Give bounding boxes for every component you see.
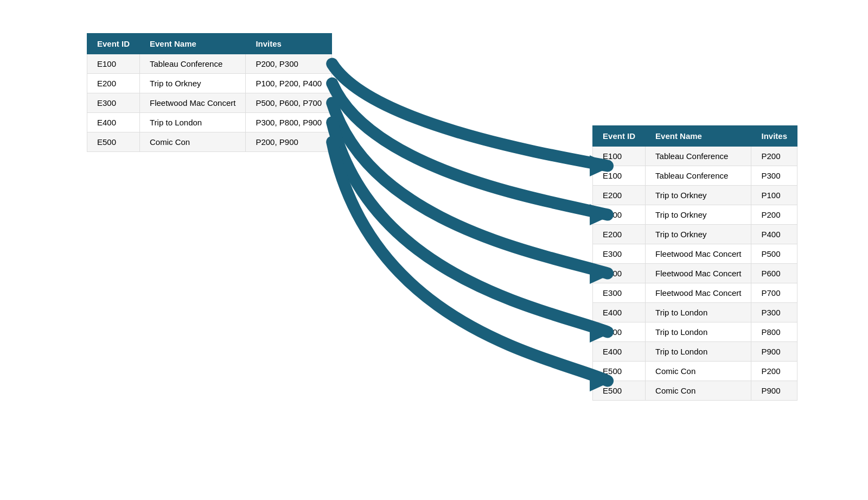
left-table-row: E400Trip to LondonP300, P800, P900	[87, 112, 332, 132]
right-table-cell: Trip to Orkney	[646, 185, 751, 205]
left-table-cell: E400	[87, 112, 140, 132]
right-table-cell: P900	[751, 381, 797, 400]
right-table-cell: P900	[751, 341, 797, 361]
right-table-cell: Trip to Orkney	[646, 205, 751, 224]
left-table-row: E100Tableau ConferenceP200, P300	[87, 54, 332, 73]
left-table-cell: Fleetwood Mac Concert	[140, 93, 246, 112]
left-table-cell: E300	[87, 93, 140, 112]
right-table-cell: Fleetwood Mac Concert	[646, 283, 751, 302]
right-table-cell: P200	[751, 361, 797, 381]
right-table-cell: P700	[751, 283, 797, 302]
right-table-row: E100Tableau ConferenceP300	[593, 166, 797, 185]
left-table-row: E200Trip to OrkneyP100, P200, P400	[87, 73, 332, 93]
right-table-cell: Trip to London	[646, 302, 751, 322]
right-table-cell: E200	[593, 185, 646, 205]
left-header-invites: Invites	[246, 33, 332, 54]
right-table-cell: E400	[593, 341, 646, 361]
right-table-row: E400Trip to LondonP300	[593, 302, 797, 322]
left-table-row: E500Comic ConP200, P900	[87, 132, 332, 151]
left-table: Event ID Event Name Invites E100Tableau …	[87, 33, 332, 152]
right-table-row: E100Tableau ConferenceP200	[593, 146, 797, 166]
left-table-cell: P200, P300	[246, 54, 332, 73]
right-table-cell: E500	[593, 361, 646, 381]
left-table-cell: Tableau Conference	[140, 54, 246, 73]
left-table-cell: E500	[87, 132, 140, 151]
right-table-cell: P600	[751, 263, 797, 283]
left-table-cell: P100, P200, P400	[246, 73, 332, 93]
left-table-cell: P200, P900	[246, 132, 332, 151]
right-table-row: E400Trip to LondonP800	[593, 322, 797, 341]
right-table-cell: Comic Con	[646, 381, 751, 400]
left-table-cell: E200	[87, 73, 140, 93]
page-container: Event ID Event Name Invites E100Tableau …	[54, 17, 814, 484]
right-table-cell: P200	[751, 146, 797, 166]
right-table: Event ID Event Name Invites E100Tableau …	[592, 125, 797, 401]
right-table-cell: E100	[593, 146, 646, 166]
right-table-cell: Trip to Orkney	[646, 224, 751, 244]
left-table-row: E300Fleetwood Mac ConcertP500, P600, P70…	[87, 93, 332, 112]
right-table-cell: Trip to London	[646, 341, 751, 361]
right-table-cell: Tableau Conference	[646, 146, 751, 166]
right-table-cell: Comic Con	[646, 361, 751, 381]
right-table-cell: E500	[593, 381, 646, 400]
right-table-cell: E300	[593, 263, 646, 283]
left-header-event-name: Event Name	[140, 33, 246, 54]
right-table-cell: P400	[751, 224, 797, 244]
right-table-cell: P100	[751, 185, 797, 205]
right-table-cell: P500	[751, 244, 797, 263]
right-table-row: E400Trip to LondonP900	[593, 341, 797, 361]
right-table-cell: E300	[593, 244, 646, 263]
right-table-row: E300Fleetwood Mac ConcertP600	[593, 263, 797, 283]
left-table-cell: Trip to Orkney	[140, 73, 246, 93]
right-header-event-id: Event ID	[593, 125, 646, 146]
right-table-cell: E400	[593, 322, 646, 341]
right-table-row: E500Comic ConP900	[593, 381, 797, 400]
right-table-cell: E200	[593, 205, 646, 224]
right-header-event-name: Event Name	[646, 125, 751, 146]
right-table-cell: E300	[593, 283, 646, 302]
right-table-cell: Fleetwood Mac Concert	[646, 263, 751, 283]
right-table-cell: P300	[751, 302, 797, 322]
right-table-cell: P200	[751, 205, 797, 224]
left-table-cell: P300, P800, P900	[246, 112, 332, 132]
right-table-cell: Tableau Conference	[646, 166, 751, 185]
right-table-row: E300Fleetwood Mac ConcertP500	[593, 244, 797, 263]
left-header-event-id: Event ID	[87, 33, 140, 54]
right-table-cell: Fleetwood Mac Concert	[646, 244, 751, 263]
right-table-cell: E400	[593, 302, 646, 322]
left-table-cell: Comic Con	[140, 132, 246, 151]
right-table-cell: E200	[593, 224, 646, 244]
left-table-cell: Trip to London	[140, 112, 246, 132]
left-table-cell: E100	[87, 54, 140, 73]
right-table-row: E200Trip to OrkneyP200	[593, 205, 797, 224]
right-table-cell: P300	[751, 166, 797, 185]
right-table-row: E300Fleetwood Mac ConcertP700	[593, 283, 797, 302]
right-table-row: E200Trip to OrkneyP400	[593, 224, 797, 244]
left-table-cell: P500, P600, P700	[246, 93, 332, 112]
right-table-cell: Trip to London	[646, 322, 751, 341]
right-table-cell: E100	[593, 166, 646, 185]
right-table-row: E200Trip to OrkneyP100	[593, 185, 797, 205]
right-header-invites: Invites	[751, 125, 797, 146]
right-table-cell: P800	[751, 322, 797, 341]
right-table-row: E500Comic ConP200	[593, 361, 797, 381]
